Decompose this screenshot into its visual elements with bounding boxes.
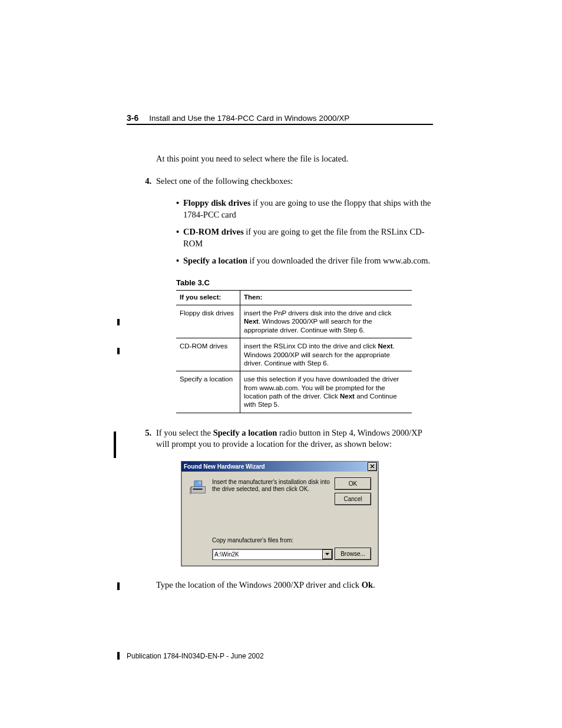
bullet-icon: • [176,197,183,220]
dialog-titlebar: Found New Hardware Wizard [181,462,378,472]
step-4: 4. Select one of the following checkboxe… [156,176,433,187]
table-3c: If you select: Then: Floppy disk drives … [176,290,412,413]
bullet-bold: CD-ROM drives [183,227,244,236]
bullet-rest: if you downloaded the driver file from w… [247,256,430,265]
dialog-message: Insert the manufacturer's installation d… [212,479,330,493]
table-cell: insert the RSLinx CD into the drive and … [240,338,412,371]
ok-button[interactable]: OK [335,477,371,490]
bullet-bold: Floppy disk drives [183,198,250,207]
table-row: CD-ROM drives insert the RSLinx CD into … [176,338,412,371]
close-icon [370,464,375,469]
table-cell: Specify a location [176,371,240,413]
step-5: 5. If you select the Specify a location … [156,427,433,450]
table-row: Specify a location use this selection if… [176,371,412,413]
svg-rect-3 [199,481,201,483]
cancel-button[interactable]: Cancel [335,493,371,505]
table-header: Then: [240,291,412,305]
chapter-title: Install and Use the 1784-PCC Card in Win… [149,114,349,123]
page-number: 3-6 [127,113,138,123]
page-header: 3-6 Install and Use the 1784-PCC Card in… [127,113,433,125]
copy-files-label: Copy manufacturer's files from: [212,536,293,545]
closing-text: Type the location of the Windows 2000/XP… [156,579,433,591]
floppy-drive-icon [190,480,209,495]
table-cell: use this selection if you have downloade… [240,371,412,413]
revision-mark [117,652,120,660]
revision-mark [117,319,120,325]
intro-text: At this point you need to select where t… [156,153,433,165]
revision-mark [117,348,120,354]
path-value: A:\Win2K [214,551,239,559]
svg-rect-1 [193,488,203,489]
chevron-down-icon [325,553,329,555]
path-combobox[interactable]: A:\Win2K [212,549,333,560]
bullet-bold: Specify a location [183,256,247,265]
bullet-item: • Floppy disk drives if you are going to… [176,197,433,220]
step-number: 4. [140,176,151,187]
browse-button[interactable]: Browse... [335,548,371,560]
bullet-item: • CD-ROM drives if you are going to get … [176,226,433,249]
close-button[interactable] [368,462,377,471]
table-cell: insert the PnP drivers disk into the dri… [240,305,412,338]
revision-mark [114,431,116,458]
dropdown-button[interactable] [322,549,332,559]
table-row: Floppy disk drives insert the PnP driver… [176,305,412,338]
found-new-hardware-wizard-dialog: Found New Hardware Wizard Insert the man… [181,461,379,566]
publication-footer: Publication 1784-IN034D-EN-P - June 2002 [127,652,264,660]
step-text: Select one of the following checkboxes: [156,176,293,187]
revision-mark [117,582,120,590]
step-text: If you select the Specify a location rad… [156,427,433,450]
table-header: If you select: [176,291,240,305]
bullet-icon: • [176,255,183,267]
table-cell: CD-ROM drives [176,338,240,371]
step-number: 5. [140,427,151,450]
bullet-item: • Specify a location if you downloaded t… [176,255,433,267]
table-cell: Floppy disk drives [176,305,240,338]
table-caption: Table 3.C [176,278,433,288]
bullet-icon: • [176,226,183,249]
dialog-title: Found New Hardware Wizard [184,463,265,471]
